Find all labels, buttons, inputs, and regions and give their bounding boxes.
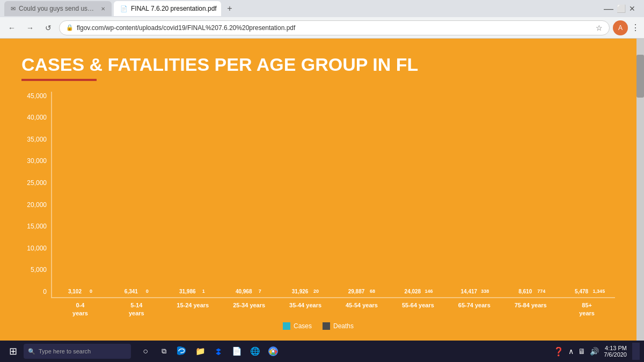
legend-deaths-label: Deaths bbox=[333, 322, 354, 330]
bar-cases-value-3: 40,968 bbox=[233, 289, 254, 294]
chart-area: 0 5,000 10,000 15,000 20,000 25,000 30,0… bbox=[21, 92, 615, 330]
y-label-30000: 30,000 bbox=[21, 157, 51, 165]
bar-deaths-value-9: 1,345 bbox=[593, 289, 603, 294]
maximize-button[interactable]: ⬜ bbox=[617, 4, 626, 13]
bar-cases-value-5: 29,887 bbox=[346, 289, 367, 294]
y-label-15000: 15,000 bbox=[21, 223, 51, 230]
browser-titlebar: ✉ Could you guys send us the grap ✕ 📄 FI… bbox=[0, 0, 644, 17]
browser-content: CASES & FATALITIES PER AGE GROUP IN FL 0… bbox=[0, 39, 644, 341]
bar-cases-value-6: 24,028 bbox=[402, 289, 423, 294]
pdf-icon: 📄 bbox=[120, 5, 128, 12]
title-underline bbox=[21, 79, 97, 81]
sound-icon[interactable]: 🔊 bbox=[588, 347, 601, 356]
svg-point-5 bbox=[272, 350, 274, 352]
legend-cases-box bbox=[283, 322, 290, 330]
bar-cases-value-1: 6,341 bbox=[121, 289, 141, 294]
search-icon: 🔍 bbox=[28, 348, 35, 355]
taskbar-file-explorer[interactable]: 📁 bbox=[192, 343, 208, 359]
bar-deaths-value-3: 7 bbox=[255, 289, 265, 294]
x-label-0: 0-4 years bbox=[52, 298, 108, 317]
new-tab-button[interactable]: + bbox=[223, 2, 236, 15]
clock-time: 4:13 PM bbox=[604, 345, 627, 351]
clock-date: 7/6/2020 bbox=[604, 351, 627, 358]
svg-marker-0 bbox=[216, 348, 221, 355]
taskbar-file[interactable]: 📄 bbox=[229, 343, 245, 359]
bar-cases-value-4: 31,926 bbox=[290, 289, 310, 294]
legend-deaths-box bbox=[323, 322, 330, 330]
page-content: CASES & FATALITIES PER AGE GROUP IN FL 0… bbox=[0, 39, 636, 341]
menu-button[interactable]: ⋮ bbox=[631, 23, 640, 33]
bar-deaths-value-7: 338 bbox=[480, 289, 490, 294]
bar-deaths-value-1: 0 bbox=[142, 289, 152, 294]
scrollbar[interactable] bbox=[636, 39, 644, 341]
taskbar-search[interactable]: 🔍 Type here to search bbox=[24, 344, 131, 359]
search-placeholder: Type here to search bbox=[39, 348, 91, 354]
x-label-7: 65-74 years bbox=[446, 298, 502, 317]
legend-cases-label: Cases bbox=[294, 322, 312, 330]
y-label-20000: 20,000 bbox=[21, 201, 51, 209]
minimize-button[interactable]: — bbox=[604, 3, 613, 14]
browser-frame: ✉ Could you guys send us the grap ✕ 📄 FI… bbox=[0, 0, 644, 362]
question-icon[interactable]: ❓ bbox=[552, 346, 566, 357]
network-icon[interactable]: 🖥 bbox=[576, 347, 587, 356]
tab-gmail-close[interactable]: ✕ bbox=[101, 6, 105, 12]
forward-button[interactable]: → bbox=[23, 20, 38, 35]
y-axis: 0 5,000 10,000 15,000 20,000 25,000 30,0… bbox=[21, 92, 51, 317]
address-bar[interactable]: 🔒 flgov.com/wp-content/uploads/covid19/F… bbox=[59, 20, 610, 35]
bar-cases-value-9: 5,478 bbox=[572, 289, 592, 294]
y-label-45000: 45,000 bbox=[21, 92, 51, 100]
bars-container: 3,10206,341031,986140,968731,9262029,887… bbox=[51, 92, 615, 298]
x-label-8: 75-84 years bbox=[502, 298, 559, 317]
bookmark-icon[interactable]: ☆ bbox=[596, 24, 603, 32]
y-label-35000: 35,000 bbox=[21, 136, 51, 143]
tab-gmail[interactable]: ✉ Could you guys send us the grap ✕ bbox=[4, 1, 112, 16]
x-label-9: 85+ years bbox=[559, 298, 615, 317]
x-axis: 0-4 years5-14 years15-24 years25-34 year… bbox=[51, 298, 615, 317]
tab-pdf[interactable]: 📄 FINAL 7.6.20 presentation.pdf ✕ bbox=[114, 1, 221, 16]
bar-cases-value-2: 31,986 bbox=[177, 289, 197, 294]
taskbar-chrome[interactable] bbox=[265, 343, 281, 359]
bar-cases-value-0: 3,102 bbox=[64, 289, 85, 294]
y-label-5000: 5,000 bbox=[21, 266, 51, 274]
taskbar-edge[interactable] bbox=[174, 343, 190, 359]
browser-toolbar: ← → ↺ 🔒 flgov.com/wp-content/uploads/cov… bbox=[0, 17, 644, 39]
x-label-1: 5-14 years bbox=[108, 298, 165, 317]
taskbar: ⊞ 🔍 Type here to search ○ ⧉ 📁 📄 🌐 bbox=[0, 341, 644, 362]
chevron-icon[interactable]: ∧ bbox=[567, 347, 575, 356]
scrollbar-thumb[interactable] bbox=[636, 55, 644, 98]
y-label-0: 0 bbox=[21, 288, 51, 295]
taskbar-cortana[interactable]: ○ bbox=[137, 343, 153, 359]
y-label-40000: 40,000 bbox=[21, 114, 51, 121]
bar-deaths-value-2: 1 bbox=[199, 289, 208, 294]
taskbar-globe[interactable]: 🌐 bbox=[247, 343, 263, 359]
tab-pdf-label: FINAL 7.6.20 presentation.pdf bbox=[131, 5, 217, 12]
profile-button[interactable]: A bbox=[613, 20, 628, 35]
taskbar-system-tray: ❓ ∧ 🖥 🔊 4:13 PM 7/6/2020 bbox=[552, 343, 640, 360]
bar-deaths-value-8: 774 bbox=[537, 289, 546, 294]
refresh-button[interactable]: ↺ bbox=[41, 20, 56, 35]
windows-start-button[interactable]: ⊞ bbox=[4, 343, 21, 360]
y-label-10000: 10,000 bbox=[21, 245, 51, 252]
bar-cases-value-7: 14,417 bbox=[459, 289, 479, 294]
bar-cases-value-8: 8,610 bbox=[515, 289, 536, 294]
bar-deaths-value-0: 0 bbox=[86, 289, 96, 294]
close-button[interactable]: ✕ bbox=[629, 4, 635, 13]
chart-legend: Cases Deaths bbox=[21, 322, 615, 330]
y-label-25000: 25,000 bbox=[21, 179, 51, 187]
x-label-5: 45-54 years bbox=[334, 298, 390, 317]
x-label-4: 35-44 years bbox=[277, 298, 334, 317]
bar-deaths-value-4: 20 bbox=[311, 289, 321, 294]
gmail-icon: ✉ bbox=[11, 5, 16, 12]
x-label-3: 25-34 years bbox=[221, 298, 277, 317]
taskbar-app-icons: ○ ⧉ 📁 📄 🌐 bbox=[137, 343, 281, 359]
lock-icon: 🔒 bbox=[66, 24, 74, 31]
bar-deaths-value-6: 146 bbox=[424, 289, 434, 294]
system-clock: 4:13 PM 7/6/2020 bbox=[604, 345, 627, 358]
taskbar-dropbox[interactable] bbox=[210, 343, 226, 359]
legend-cases: Cases bbox=[283, 322, 312, 330]
bar-deaths-value-5: 68 bbox=[368, 289, 377, 294]
taskbar-taskview[interactable]: ⧉ bbox=[156, 343, 172, 359]
x-label-6: 55-64 years bbox=[390, 298, 446, 317]
show-desktop-button[interactable] bbox=[632, 343, 640, 360]
back-button[interactable]: ← bbox=[4, 20, 19, 35]
